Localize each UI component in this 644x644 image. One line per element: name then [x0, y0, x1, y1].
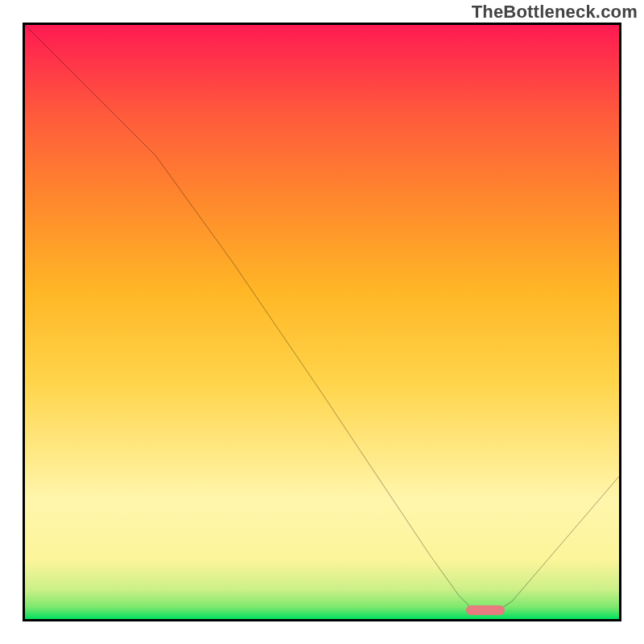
chart-frame: TheBottleneck.com [0, 0, 644, 644]
optimal-range-marker [466, 605, 505, 615]
bottleneck-curve [25, 25, 619, 619]
watermark-text: TheBottleneck.com [472, 2, 638, 23]
plot-area [23, 23, 621, 621]
